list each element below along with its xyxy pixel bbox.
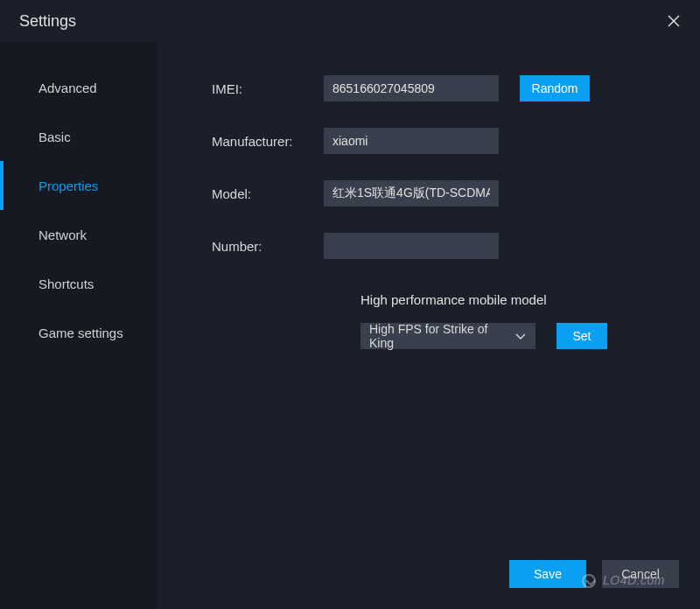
random-button[interactable]: Random	[520, 75, 590, 102]
sidebar: Advanced Basic Properties Network Shortc…	[0, 42, 158, 609]
body-area: Advanced Basic Properties Network Shortc…	[0, 42, 700, 609]
number-input[interactable]	[324, 233, 499, 259]
main-panel: IMEI: Random Manufacturer: Model: Number…	[158, 42, 700, 609]
sidebar-item-shortcuts[interactable]: Shortcuts	[0, 259, 158, 308]
sidebar-item-network[interactable]: Network	[0, 210, 158, 259]
cancel-button[interactable]: Cancel	[602, 560, 679, 588]
manufacturer-label: Manufacturer:	[175, 134, 324, 149]
performance-row: High FPS for Strike of King Set	[360, 323, 682, 349]
sidebar-item-label: Advanced	[38, 80, 97, 95]
imei-input[interactable]	[324, 75, 499, 102]
chevron-down-icon	[514, 330, 527, 342]
performance-heading: High performance mobile model	[360, 292, 682, 307]
imei-label: IMEI:	[175, 81, 324, 96]
sidebar-item-label: Network	[38, 228, 87, 242]
performance-dropdown[interactable]: High FPS for Strike of King	[360, 323, 536, 349]
row-manufacturer: Manufacturer:	[175, 128, 682, 154]
titlebar: Settings	[0, 0, 700, 42]
model-label: Model:	[175, 186, 324, 201]
sidebar-item-label: Shortcuts	[38, 276, 94, 291]
window-title: Settings	[19, 12, 76, 31]
sidebar-item-basic[interactable]: Basic	[0, 112, 158, 161]
sidebar-item-properties[interactable]: Properties	[0, 161, 158, 210]
save-button[interactable]: Save	[509, 560, 586, 588]
sidebar-item-game-settings[interactable]: Game settings	[0, 308, 158, 357]
sidebar-item-label: Properties	[38, 178, 98, 193]
sidebar-item-label: Basic	[38, 130, 71, 144]
manufacturer-input[interactable]	[324, 128, 499, 154]
dropdown-value: High FPS for Strike of King	[369, 322, 514, 350]
sidebar-item-label: Game settings	[38, 326, 123, 340]
sidebar-item-advanced[interactable]: Advanced	[0, 63, 158, 112]
number-label: Number:	[175, 239, 324, 254]
close-button[interactable]	[663, 10, 684, 32]
model-input[interactable]	[324, 180, 499, 206]
row-number: Number:	[175, 233, 682, 259]
set-button[interactable]: Set	[556, 323, 607, 349]
row-imei: IMEI: Random	[175, 75, 682, 102]
performance-section: High performance mobile model High FPS f…	[360, 292, 682, 349]
row-model: Model:	[175, 180, 682, 206]
close-icon	[668, 15, 680, 27]
footer-buttons: Save Cancel	[509, 560, 679, 588]
